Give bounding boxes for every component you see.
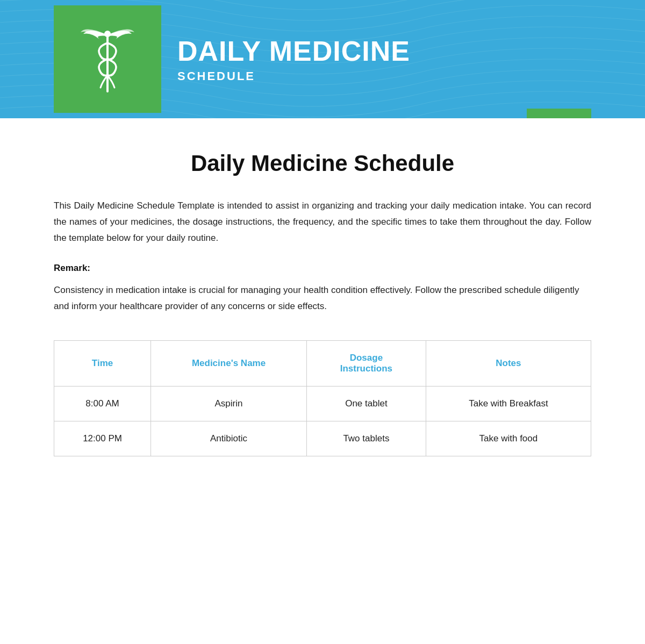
col-header-medicine: Medicine's Name [151, 340, 307, 386]
table-cell-1-1: Antibiotic [151, 421, 307, 456]
remark-text: Consistency in medication intake is cruc… [54, 282, 591, 314]
col-header-notes: Notes [426, 340, 591, 386]
table-header-row: Time Medicine's Name DosageInstructions … [54, 340, 591, 386]
header-title: DAILY MEDICINE [177, 35, 410, 67]
table-cell-1-0: 12:00 PM [54, 421, 151, 456]
table-row: 12:00 PMAntibioticTwo tabletsTake with f… [54, 421, 591, 456]
table-cell-0-3: Take with Breakfast [426, 386, 591, 421]
logo-box [54, 5, 161, 113]
table-cell-1-3: Take with food [426, 421, 591, 456]
remark-label: Remark: [54, 263, 591, 274]
page-title: Daily Medicine Schedule [54, 151, 591, 176]
table-row: 8:00 AMAspirinOne tabletTake with Breakf… [54, 386, 591, 421]
table-cell-0-1: Aspirin [151, 386, 307, 421]
col-header-dosage: DosageInstructions [306, 340, 426, 386]
svg-point-1 [104, 31, 111, 37]
medicine-schedule-table: Time Medicine's Name DosageInstructions … [54, 340, 591, 456]
table-cell-1-2: Two tablets [306, 421, 426, 456]
caduceus-icon [78, 24, 137, 94]
header-text-block: DAILY MEDICINE SCHEDULE [177, 35, 410, 83]
col-header-time: Time [54, 340, 151, 386]
header-subtitle: SCHEDULE [177, 69, 410, 83]
header-accent-bar [527, 109, 591, 118]
table-cell-0-2: One tablet [306, 386, 426, 421]
intro-paragraph: This Daily Medicine Schedule Template is… [54, 198, 591, 246]
main-content: Daily Medicine Schedule This Daily Medic… [0, 118, 645, 489]
page-header: DAILY MEDICINE SCHEDULE [0, 0, 645, 118]
table-cell-0-0: 8:00 AM [54, 386, 151, 421]
